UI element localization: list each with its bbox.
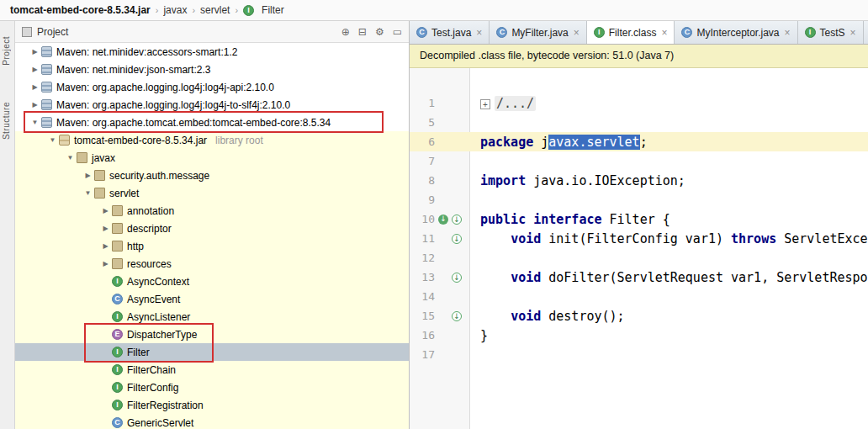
code-segment-keyword: throws [731,231,776,246]
code-editor[interactable]: 1+/.../56package javax.servlet;78import … [410,68,868,429]
tree-item-maven-net-minidev-accessors-smart-1-2[interactable]: ▶Maven: net.minidev:accessors-smart:1.2 [15,43,409,61]
breadcrumb-item[interactable]: tomcat-embed-core-8.5.34.jar [8,4,152,16]
tool-window-tab-project[interactable]: Project [2,36,13,66]
tab-label: Test.java [431,27,471,39]
tree-item-annotation[interactable]: ▶annotation [15,202,409,220]
code-line-10[interactable]: 10↓↓public interface Filter { [410,209,868,229]
code-text: void doFilter(ServletRequest var1, Servl… [468,270,868,285]
tree-item-genericservlet[interactable]: CGenericServlet [15,414,409,429]
code-line-14[interactable]: 14 [410,287,868,306]
close-icon[interactable]: × [785,27,791,39]
tab-label: Filter.class [609,27,657,39]
code-line-17[interactable]: 17 [410,345,868,364]
line-number: 5 [410,116,435,129]
tree-item-filter[interactable]: IFilter [15,343,409,361]
line-number: 6 [410,135,435,148]
code-line-11[interactable]: 11↓ void init(FilterConfig var1) throws … [410,229,868,248]
code-line-5[interactable]: 5 [410,113,868,132]
code-line-16[interactable]: 16} [410,326,868,345]
tree-item-dispatchertype[interactable]: EDispatcherType [15,326,409,343]
tree-item-maven-net-minidev-json-smart-2-3[interactable]: ▶Maven: net.minidev:json-smart:2.3 [15,61,409,78]
tree-item-label: Maven: net.minidev:json-smart:2.3 [56,64,210,76]
interface-icon: I [112,276,123,287]
tree-item-security-auth-message[interactable]: ▶security.auth.message [15,167,409,184]
tree-collapsed-arrow-icon[interactable]: ▶ [29,48,41,56]
tree-collapsed-arrow-icon[interactable]: ▶ [82,172,94,179]
tree-item-label: DispatcherType [127,329,197,341]
code-line-13[interactable]: 13↓ void doFilter(ServletRequest var1, S… [410,267,868,287]
tree-collapsed-arrow-icon[interactable]: ▶ [99,242,112,250]
tree-item-asynclistener[interactable]: IAsyncListener [15,308,409,326]
close-icon[interactable]: × [661,27,667,39]
project-tree: ▶Maven: net.minidev:accessors-smart:1.2▶… [15,43,409,429]
editor-tab-myfilter-java[interactable]: CMyFilter.java× [490,21,586,44]
interface-icon: I [112,400,123,410]
tree-item-maven-org-apache-logging-log4j-log4j-api-2-10-0[interactable]: ▶Maven: org.apache.logging.log4j:log4j-a… [15,78,409,96]
tree-item-resources[interactable]: ▶resources [15,255,409,273]
tree-item-servlet[interactable]: ▼servlet [15,184,409,202]
breadcrumb-item[interactable]: IFilter [241,4,286,16]
tree-expanded-arrow-icon[interactable]: ▼ [29,119,41,126]
locate-file-icon[interactable]: ⊕ [341,26,350,38]
code-line-8[interactable]: 8import java.io.IOException; [410,171,868,190]
tree-item-filterregistration[interactable]: IFilterRegistration [15,396,409,414]
editor-tab-tests[interactable]: ITestS× [798,21,864,44]
tree-item-filterchain[interactable]: IFilterChain [15,361,409,379]
project-panel-toolbar: ⊕⊟⚙▭ [333,26,402,38]
method-implemented-icon[interactable]: ↓ [452,273,462,283]
tree-collapsed-arrow-icon[interactable]: ▶ [29,66,41,73]
method-implemented-icon[interactable]: ↓ [452,214,462,225]
code-line-12[interactable]: 12 [410,248,868,267]
interface-icon: I [112,311,123,322]
method-implemented-icon[interactable]: ↓ [452,234,462,244]
tree-item-maven-org-apache-logging-log4j-log4j-to-slf4j-2-10-0[interactable]: ▶Maven: org.apache.logging.log4j:log4j-t… [15,96,409,114]
line-number: 15 [410,310,435,322]
code-line-6[interactable]: 6package javax.servlet; [410,132,868,151]
editor-tab-test-java[interactable]: CTest.java× [410,21,490,44]
tree-expanded-arrow-icon[interactable]: ▼ [46,136,59,144]
tree-item-filterconfig[interactable]: IFilterConfig [15,379,409,396]
line-number: 8 [410,174,435,187]
line-number: 9 [410,193,435,206]
tree-item-javax[interactable]: ▼javax [15,149,409,167]
tool-window-tab-structure[interactable]: Structure [2,102,13,140]
tree-collapsed-arrow-icon[interactable]: ▶ [99,225,112,232]
tree-item-descriptor[interactable]: ▶descriptor [15,220,409,237]
tree-item-tomcat-embed-core-8-5-34-jar[interactable]: ▼tomcat-embed-core-8.5.34.jarlibrary roo… [15,131,409,149]
breadcrumb-item[interactable]: javax [161,4,188,16]
code-line-1[interactable]: 1+/.../ [410,93,868,113]
tree-item-label: AsyncEvent [127,294,180,305]
code-line-9[interactable]: 9 [410,190,868,209]
package-icon [94,188,105,199]
breadcrumb-item[interactable]: servlet [198,4,231,16]
tree-expanded-arrow-icon[interactable]: ▼ [64,154,77,162]
method-implemented-icon[interactable]: ↓ [452,311,462,321]
collapse-all-icon[interactable]: ⊟ [358,26,367,38]
close-icon[interactable]: × [476,27,482,39]
class-icon: C [681,27,692,38]
tree-item-asyncevent[interactable]: CAsyncEvent [15,290,409,308]
interface-implemented-icon[interactable]: ↓ [438,214,448,225]
tree-collapsed-arrow-icon[interactable]: ▶ [29,83,41,91]
editor-tab-filter-class[interactable]: IFilter.class× [587,21,675,44]
hide-panel-icon[interactable]: ▭ [393,26,402,38]
close-icon[interactable]: × [574,27,580,39]
close-icon[interactable]: × [850,27,856,39]
fold-expand-icon[interactable]: + [480,99,490,109]
class-icon: C [112,417,123,428]
tree-collapsed-arrow-icon[interactable]: ▶ [29,101,41,109]
settings-gear-icon[interactable]: ⚙ [375,26,384,38]
tree-collapsed-arrow-icon[interactable]: ▶ [99,260,112,267]
tree-collapsed-arrow-icon[interactable]: ▶ [99,207,112,214]
tree-expanded-arrow-icon[interactable]: ▼ [82,189,94,197]
tree-item-label: FilterConfig [127,382,178,394]
editor-tab-myinterceptor-java[interactable]: CMyInterceptor.java× [675,21,797,44]
tab-label: MyFilter.java [511,27,568,39]
tree-item-http[interactable]: ▶http [15,237,409,255]
code-line-15[interactable]: 15↓ void destroy(); [410,306,868,326]
code-line-7[interactable]: 7 [410,151,868,171]
tree-item-maven-org-apache-tomcat-embed-tomcat-embed-core-8-5-34[interactable]: ▼Maven: org.apache.tomcat.embed:tomcat-e… [15,114,409,131]
line-number: 11 [410,232,435,245]
code-segment-keyword: package [480,135,533,150]
tree-item-asynccontext[interactable]: IAsyncContext [15,273,409,290]
